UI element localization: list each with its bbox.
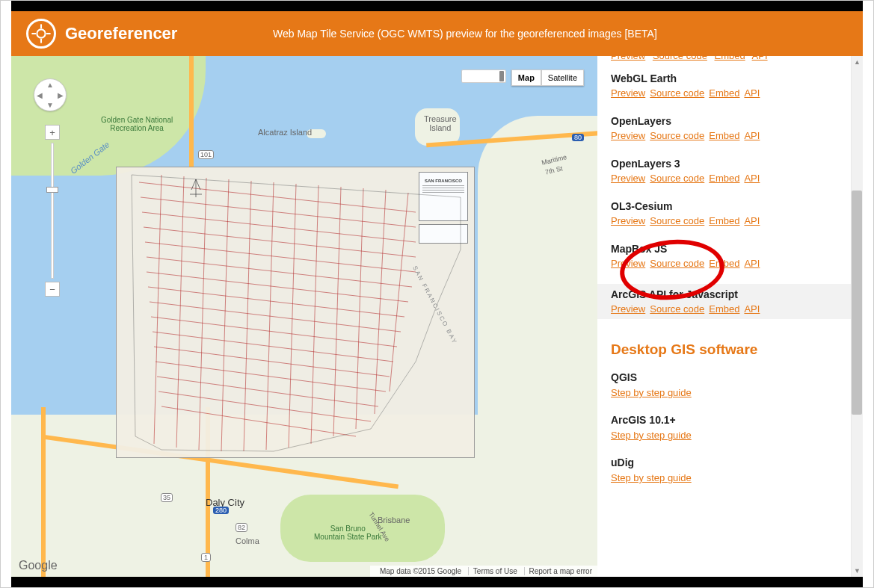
lib-link-embed[interactable]: Embed <box>715 56 745 61</box>
lib-link-embed[interactable]: Embed <box>709 303 739 315</box>
map-type-map[interactable]: Map <box>511 69 541 86</box>
library-item: OL3-CesiumPreviewSource codeEmbedAPI <box>611 199 837 228</box>
library-item: OpenLayers 3PreviewSource codeEmbedAPI <box>611 156 837 185</box>
map-report-link[interactable]: Report a map error <box>524 567 592 575</box>
library-list: WebGL EarthPreviewSource codeEmbedAPIOpe… <box>611 71 837 319</box>
pan-left-icon[interactable]: ◀ <box>37 91 43 99</box>
lib-link-source-code[interactable]: Source code <box>650 258 704 269</box>
lib-link-source-code[interactable]: Source code <box>650 173 704 184</box>
zoom-handle[interactable] <box>46 187 58 193</box>
scroll-down-icon[interactable]: ▼ <box>852 565 863 577</box>
svg-line-25 <box>244 181 251 451</box>
google-logo: Google <box>19 559 58 572</box>
map-label-brisbane: Brisbane <box>378 516 410 524</box>
lib-link-api[interactable]: API <box>744 130 760 141</box>
svg-line-16 <box>154 347 390 377</box>
lib-link-preview[interactable]: Preview <box>611 130 645 141</box>
lib-link-preview[interactable]: Preview <box>611 173 645 184</box>
lib-link-source-code[interactable]: Source code <box>650 215 704 226</box>
zoom-out-button[interactable]: − <box>45 282 60 297</box>
pan-down-icon[interactable]: ▼ <box>46 101 54 109</box>
desktop-item-guide-link[interactable]: Step by step guide <box>611 387 692 398</box>
svg-line-6 <box>141 197 416 227</box>
lib-link-preview[interactable]: Preview <box>611 303 645 315</box>
svg-line-29 <box>333 187 341 436</box>
svg-line-19 <box>159 392 371 421</box>
sidebar-scroll[interactable]: Preview Source code Embed API WebGL Eart… <box>597 56 851 577</box>
map-type-satellite[interactable]: Satellite <box>541 69 584 86</box>
hwy-shield-101: 101 <box>198 150 214 159</box>
app-frame: Georeferencer Web Map Tile Service (OGC … <box>0 0 874 588</box>
lib-link-preview[interactable]: Preview <box>611 215 645 226</box>
pan-control[interactable]: ▲ ▼ ◀ ▶ <box>34 78 67 111</box>
library-links: PreviewSource codeEmbedAPI <box>611 173 837 184</box>
lib-link-api[interactable]: API <box>744 87 760 99</box>
map-terms-link[interactable]: Terms of Use <box>468 567 517 575</box>
lib-link-api[interactable]: API <box>752 56 768 61</box>
library-item: ArcGIS API for JavascriptPreviewSource c… <box>597 284 851 319</box>
pan-up-icon[interactable]: ▲ <box>46 81 54 89</box>
truncated-lib-links: Preview Source code Embed API <box>611 56 837 61</box>
pan-right-icon[interactable]: ▶ <box>58 91 64 99</box>
hwy-shield-82: 82 <box>236 523 247 532</box>
overlay-streets <box>117 167 474 457</box>
svg-line-5 <box>139 182 416 212</box>
logo-text: Georeferencer <box>65 24 177 43</box>
lib-link-embed[interactable]: Embed <box>709 258 739 269</box>
library-links: PreviewSource codeEmbedAPI <box>611 258 837 269</box>
lib-link-source-code[interactable]: Source code <box>650 303 704 315</box>
svg-line-12 <box>148 287 404 317</box>
svg-line-11 <box>147 272 408 302</box>
library-name: OpenLayers 3 <box>611 158 837 170</box>
desktop-item-name: uDig <box>611 457 837 468</box>
svg-line-27 <box>289 184 296 448</box>
scroll-up-icon[interactable]: ▲ <box>852 56 863 68</box>
map-attribution: Map data ©2015 Google Terms of Use Repor… <box>370 566 597 577</box>
lib-link-embed[interactable]: Embed <box>709 87 739 99</box>
lib-link-source-code[interactable]: Source code <box>650 130 704 141</box>
lib-link-embed[interactable]: Embed <box>709 215 739 226</box>
lib-link-api[interactable]: API <box>744 303 760 315</box>
hwy-shield-280: 280 <box>213 507 229 514</box>
lib-link-api[interactable]: API <box>744 173 760 184</box>
lib-link-embed[interactable]: Embed <box>709 130 739 141</box>
lib-link-source[interactable]: Source code <box>653 56 707 61</box>
scrollbar-thumb[interactable] <box>852 191 862 415</box>
library-item: OpenLayersPreviewSource codeEmbedAPI <box>611 114 837 143</box>
map-viewport[interactable]: Golden Gate NationalRecreation Area Alca… <box>11 56 597 577</box>
lib-link-source-code[interactable]: Source code <box>650 87 704 99</box>
desktop-item-guide-link[interactable]: Step by step guide <box>611 472 692 483</box>
svg-line-17 <box>156 362 386 392</box>
library-name: ArcGIS API for Javascript <box>611 288 837 300</box>
zoom-in-button[interactable]: + <box>45 125 60 140</box>
lib-link-preview[interactable]: Preview <box>611 87 645 99</box>
logo-block[interactable]: Georeferencer <box>11 11 243 56</box>
overlay-opacity-slider[interactable] <box>461 69 506 83</box>
map-road <box>189 56 194 168</box>
lib-link-embed[interactable]: Embed <box>709 173 739 184</box>
desktop-item: uDigStep by step guide <box>611 457 837 484</box>
svg-line-10 <box>147 257 412 287</box>
lib-link-api[interactable]: API <box>744 258 760 269</box>
library-links: PreviewSource codeEmbedAPI <box>611 303 837 315</box>
zoom-slider[interactable]: + − <box>45 125 60 297</box>
opacity-handle[interactable] <box>499 71 504 81</box>
desktop-item-guide-link[interactable]: Step by step guide <box>611 430 692 441</box>
desktop-item: ArcGIS 10.1+Step by step guide <box>611 414 837 442</box>
svg-line-9 <box>145 242 416 272</box>
lib-link-api[interactable]: API <box>744 215 760 226</box>
svg-line-20 <box>161 406 356 436</box>
scrollbar-track[interactable]: ▲ ▼ <box>851 56 863 577</box>
library-links: PreviewSource codeEmbedAPI <box>611 130 837 141</box>
svg-line-14 <box>151 317 397 347</box>
library-name: OpenLayers <box>611 115 837 127</box>
lib-link-preview[interactable]: Preview <box>611 258 645 269</box>
map-copyright: Map data ©2015 Google <box>375 567 461 575</box>
library-item: WebGL EarthPreviewSource codeEmbedAPI <box>611 71 837 100</box>
lib-link-preview[interactable]: Preview <box>611 56 645 61</box>
desktop-item-name: ArcGIS 10.1+ <box>611 414 837 426</box>
svg-line-32 <box>390 193 408 392</box>
sidebar: Preview Source code Embed API WebGL Eart… <box>597 56 863 577</box>
zoom-track[interactable] <box>51 143 54 279</box>
library-links: PreviewSource codeEmbedAPI <box>611 215 837 226</box>
